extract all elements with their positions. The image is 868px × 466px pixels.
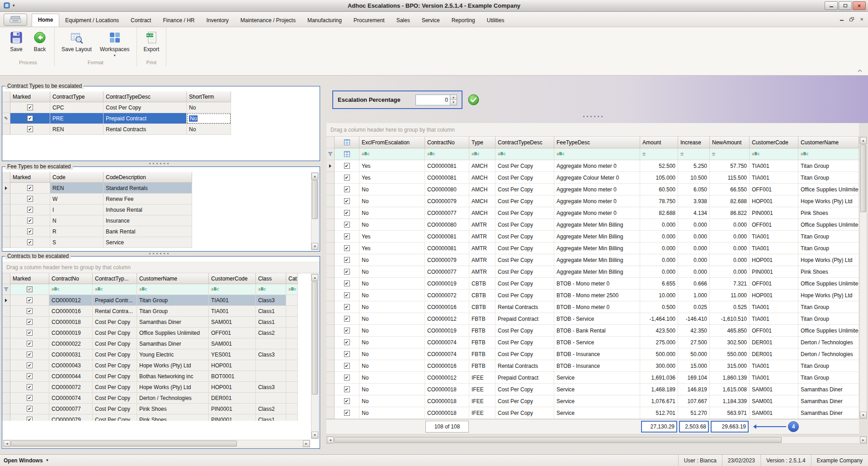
cell[interactable]: TIA001 — [209, 306, 256, 317]
fee-type-row[interactable]: SService — [2, 237, 320, 248]
cell[interactable]: 50.000 — [678, 348, 710, 360]
tab-sales[interactable]: Sales — [391, 14, 416, 27]
tab-equipment-locations[interactable]: Equipment / Locations — [59, 14, 125, 27]
row-checkbox[interactable] — [344, 163, 350, 169]
cell[interactable]: DER001 — [750, 337, 798, 348]
cell[interactable]: Inhouse Rental — [104, 204, 192, 215]
cell[interactable]: BTOB - Mono meter 0 — [554, 301, 640, 313]
column-header[interactable]: ContractType — [50, 91, 104, 102]
cell[interactable]: CO0000074 — [49, 393, 93, 404]
cell[interactable]: 0.000 — [678, 243, 710, 254]
cell[interactable]: Service — [554, 407, 640, 419]
splitter-handle[interactable] — [149, 253, 170, 254]
escalation-row[interactable]: NoCO0000080AMTRCost Per CopyAggregate Me… — [326, 219, 859, 231]
cell[interactable]: No — [359, 266, 425, 278]
cell[interactable] — [335, 195, 359, 207]
cell[interactable]: 4.134 — [678, 207, 710, 219]
cell[interactable]: -1,464.100 — [640, 313, 678, 325]
cell[interactable] — [286, 414, 298, 421]
cell[interactable]: Cost Per Copy — [495, 243, 554, 254]
cell[interactable]: TIA001 — [750, 301, 798, 313]
cell[interactable] — [10, 194, 50, 204]
cell[interactable]: Bothas Networking inc — [137, 371, 209, 382]
cell[interactable]: No — [359, 290, 425, 301]
cell[interactable]: Cost Per Copy — [93, 393, 137, 404]
row-checkbox[interactable] — [27, 373, 33, 379]
cell[interactable]: No — [359, 325, 425, 337]
cell[interactable]: Cost Per Copy — [495, 219, 554, 231]
cell[interactable]: CO0000016 — [49, 306, 93, 317]
tab-home[interactable]: Home — [32, 14, 59, 27]
escalation-row[interactable]: NoCO0000016FBTBRental ContractsBTOB - In… — [326, 360, 859, 372]
cell[interactable]: Derton / Technologies — [798, 348, 859, 360]
cell[interactable]: 1,615.008 — [710, 384, 750, 395]
text-filter-icon[interactable]: aBc — [752, 152, 760, 156]
contracts-hscrollbar[interactable]: ◄ ► — [3, 440, 310, 447]
cell[interactable]: Office Supplies Unlimited — [798, 325, 859, 337]
cell[interactable]: 1,184.339 — [710, 395, 750, 407]
cell[interactable]: No — [359, 195, 425, 207]
cell[interactable]: CO0000079 — [425, 195, 469, 207]
cell[interactable]: CO0000081 — [425, 231, 469, 243]
cell[interactable]: SAM001 — [209, 317, 256, 328]
cell[interactable] — [286, 338, 298, 349]
row-checkbox[interactable] — [344, 175, 350, 181]
maximize-button[interactable] — [839, 1, 852, 10]
column-header-newamount[interactable]: NewAmount — [710, 137, 750, 148]
cell[interactable]: 0.000 — [640, 266, 678, 278]
cell[interactable]: Cost Per Copy — [495, 266, 554, 278]
cell[interactable]: Cost Per Copy — [93, 338, 137, 349]
cell[interactable] — [256, 371, 286, 382]
cell[interactable]: 0.525 — [710, 301, 750, 313]
row-checkbox[interactable] — [344, 328, 350, 333]
row-checkbox[interactable] — [344, 351, 350, 357]
cell[interactable]: Samanthas Diner — [798, 395, 859, 407]
cell[interactable]: 86.822 — [710, 207, 750, 219]
tab-procurement[interactable]: Procurement — [348, 14, 391, 27]
row-checkbox[interactable] — [27, 417, 33, 421]
cell[interactable]: CO0000031 — [49, 349, 93, 360]
cell[interactable]: 3.938 — [678, 195, 710, 207]
cell[interactable]: Titan Group — [798, 360, 859, 372]
row-checkbox[interactable] — [344, 304, 350, 310]
cell[interactable]: CO0000072 — [425, 290, 469, 301]
cell[interactable]: Samanthas Diner — [137, 317, 209, 328]
scroll-down-icon[interactable]: ▼ — [311, 243, 318, 250]
cell[interactable]: Rental Contra... — [93, 306, 137, 317]
cell[interactable]: OFF001 — [209, 328, 256, 338]
column-header[interactable]: Class — [256, 273, 286, 284]
row-checkbox[interactable] — [344, 245, 350, 251]
cell[interactable]: AMCH — [469, 207, 495, 219]
cell[interactable] — [286, 328, 298, 338]
cell[interactable]: CO0000074 — [425, 348, 469, 360]
fee-type-row[interactable]: RBank Rental — [2, 226, 320, 237]
tab-reporting[interactable]: Reporting — [446, 14, 481, 27]
cell[interactable]: 0.000 — [678, 254, 710, 266]
cell[interactable]: TIA001 — [750, 231, 798, 243]
cell[interactable]: Cost Per Copy — [495, 395, 554, 407]
cell[interactable]: Service — [554, 372, 640, 384]
scrollbar-thumb[interactable] — [11, 441, 237, 447]
cell[interactable]: CO0000016 — [425, 301, 469, 313]
cell[interactable] — [256, 393, 286, 404]
escalation-row[interactable]: NoCO0000018IFEECost Per CopyService512.7… — [326, 407, 859, 419]
cell[interactable]: PRE — [50, 113, 104, 124]
cell[interactable]: Cost Per Copy — [93, 414, 137, 421]
column-header-customername[interactable]: CustomerName — [798, 137, 859, 148]
cell[interactable]: No — [359, 184, 425, 195]
column-header[interactable]: CodeDescription — [104, 172, 192, 183]
cell[interactable]: TIA001 — [750, 372, 798, 384]
cell[interactable]: Hope Works (Pty) Ltd — [137, 360, 209, 371]
cell[interactable] — [10, 393, 49, 404]
cell[interactable]: 0.000 — [710, 254, 750, 266]
column-header-amount[interactable]: Amount — [640, 137, 678, 148]
column-header[interactable]: CustomerName — [137, 273, 209, 284]
cell[interactable]: 0.000 — [710, 243, 750, 254]
escalation-row[interactable]: NoCO0000074FBTBCost Per CopyBTOB - Insur… — [326, 348, 859, 360]
cell[interactable]: CO0000080 — [425, 184, 469, 195]
cell[interactable]: Prepaid Contract — [495, 372, 554, 384]
select-all-icon[interactable] — [344, 139, 350, 145]
scroll-left-icon[interactable]: ◄ — [327, 437, 334, 443]
cell[interactable]: 15.000 — [678, 360, 710, 372]
tab-service[interactable]: Service — [416, 14, 446, 27]
